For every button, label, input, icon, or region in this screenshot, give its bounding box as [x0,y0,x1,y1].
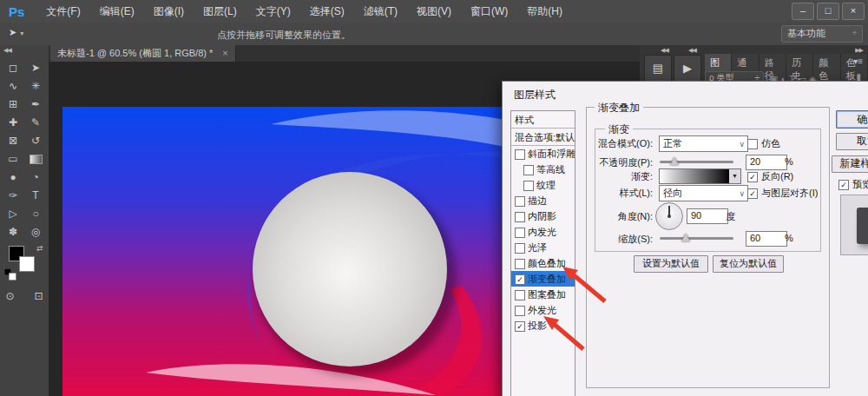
zoom-tool-icon[interactable]: ◎ [26,223,46,241]
menu-item[interactable]: 图层(L) [194,0,247,23]
angle-dial[interactable] [655,202,683,230]
blend-mode-select[interactable]: 正常∨ [659,135,748,152]
gradient-tool-icon[interactable] [26,150,46,168]
dither-checkbox[interactable] [747,139,758,149]
styles-list: 样式 混合选项:默认 斜面和浮雕等高线纹理描边内阴影内发光光泽颜色叠加✓渐变叠加… [510,110,575,396]
path-selection-tool-icon[interactable]: ▷ [3,205,23,222]
expand-panel-icon[interactable]: ▶▶ [855,47,863,54]
style-checkbox[interactable] [515,196,525,207]
gradient-swatch[interactable] [659,168,731,184]
menu-item[interactable]: 滤镜(T) [354,0,407,23]
style-list-item[interactable]: 内阴影 [511,208,575,224]
style-list-item[interactable]: 颜色叠加 [511,255,575,271]
new-style-button[interactable]: 新建样式... [832,155,868,173]
style-list-item[interactable]: ✓渐变叠加 [511,271,575,287]
reset-default-button[interactable]: 复位为默认值 [713,255,784,273]
collapsed-panel-button[interactable]: ▤ [644,55,672,82]
cancel-button[interactable]: 取消 [836,133,868,150]
screen-mode-icon[interactable]: ⊡ [29,287,49,305]
style-checkbox[interactable] [515,306,525,316]
dodge-tool-icon[interactable]: ◔ [26,168,46,186]
scale-label: 缩放(S): [587,233,653,246]
style-list-item[interactable]: 内发光 [511,224,575,240]
set-default-button[interactable]: 设置为默认值 [634,255,708,273]
style-checkbox[interactable]: ✓ [515,321,525,332]
style-checkbox[interactable]: ✓ [515,274,525,285]
style-list-item[interactable]: ✓投影 [511,318,575,333]
menu-item[interactable]: 窗口(W) [461,0,517,23]
style-label: 纹理 [536,178,556,193]
opacity-slider[interactable] [660,161,733,163]
style-checkbox[interactable] [515,259,525,269]
minimize-button[interactable]: – [792,3,814,20]
panel-menu-icon[interactable]: ▾≡ [853,56,863,66]
history-brush-tool-icon[interactable]: ↺ [26,132,46,149]
close-button[interactable]: × [842,3,865,20]
healing-brush-tool-icon[interactable]: ✚ [3,114,23,131]
align-with-layer-checkbox[interactable]: ✓ [747,188,758,199]
eyedropper-tool-icon[interactable]: ✒ [26,96,46,113]
ok-button[interactable]: 确定 [836,110,868,129]
angle-input[interactable]: 90 [687,208,728,224]
menu-item[interactable]: 文件(F) [36,0,89,23]
reverse-label: 反向(R) [761,170,793,183]
blur-tool-icon[interactable]: ● [3,168,23,186]
crop-tool-icon[interactable]: ⊞ [3,96,23,113]
quick-mask-icon[interactable]: ⊙ [0,287,20,305]
style-list-item[interactable]: 纹理 [511,177,575,193]
eraser-tool-icon[interactable]: ▭ [3,150,23,168]
style-checkbox[interactable] [523,165,534,175]
style-list-item[interactable]: 外发光 [511,302,575,318]
ellipse-tool-icon[interactable]: ○ [26,205,46,222]
menu-item[interactable]: 选择(S) [300,0,354,23]
reverse-checkbox[interactable]: ✓ [747,172,758,182]
magic-wand-tool-icon[interactable]: ✳ [26,77,46,95]
hand-tool-icon[interactable]: ✽ [3,223,23,241]
style-label: 图案叠加 [528,287,566,302]
style-list-item[interactable]: 描边 [511,193,575,208]
menu-item[interactable]: 编辑(E) [90,0,144,23]
style-checkbox[interactable] [523,181,534,191]
collapse-panel-icon[interactable]: ◀◀ [688,47,696,54]
actions-panel-button[interactable]: ▶ [674,55,701,82]
scale-slider[interactable] [660,237,733,240]
document-tab[interactable]: 未标题-1 @ 60.5% (椭圆 1, RGB/8) * × [50,45,236,62]
background-color-swatch[interactable] [19,256,35,272]
menu-item[interactable]: 视图(V) [407,0,461,23]
gradient-picker-arrow[interactable]: ▼ [729,168,741,184]
style-checkbox[interactable] [515,149,525,160]
gradient-style-select[interactable]: 径向∨ [659,185,748,201]
style-list-item[interactable]: 光泽 [511,240,575,255]
style-checkbox[interactable] [515,243,525,254]
menu-item[interactable]: 文字(Y) [247,0,300,23]
workspace-switcher[interactable]: 基本功能÷ [781,25,863,43]
preview-checkbox[interactable]: ✓ [838,180,849,190]
lasso-tool-icon[interactable]: ∿ [3,77,23,95]
clone-stamp-tool-icon[interactable]: ⊠ [3,132,23,149]
style-checkbox[interactable] [515,290,525,300]
blending-options-item[interactable]: 混合选项:默认 [511,129,575,146]
style-checkbox[interactable] [515,228,525,238]
style-checkbox[interactable] [515,212,525,222]
tab-close-icon[interactable]: × [222,48,227,58]
move-tool-option-icon[interactable]: ➤▾ [9,27,23,38]
style-list-item[interactable]: 图案叠加 [511,287,575,302]
maximize-button[interactable]: □ [817,3,839,20]
scale-input[interactable]: 60 [746,231,787,247]
style-list-item[interactable]: 斜面和浮雕 [511,146,575,162]
align-with-layer-label: 与图层对齐(I) [761,187,818,200]
pen-tool-icon[interactable]: ✑ [3,187,23,204]
style-preview-thumbnail [840,195,868,255]
move-tool-icon[interactable]: ➤ [26,59,46,76]
rectangular-marquee-tool-icon[interactable]: ◻ [3,59,23,76]
style-list-item[interactable]: 等高线 [511,162,575,177]
type-tool-icon[interactable]: T [26,187,46,204]
swap-colors-icon[interactable]: ⇄ [36,244,43,253]
tool-options-bar: ➤▾ 点按并拖移可调整效果的位置。 基本功能÷ [0,23,868,46]
collapse-panel-icon[interactable]: ◀◀ [661,47,668,54]
tools-collapse-icon[interactable]: ◀◀ [0,45,49,57]
menu-item[interactable]: 图像(I) [144,0,194,23]
brush-tool-icon[interactable]: ✎ [26,114,46,131]
menu-item[interactable]: 帮助(H) [517,0,572,23]
styles-header: 样式 [511,111,575,129]
